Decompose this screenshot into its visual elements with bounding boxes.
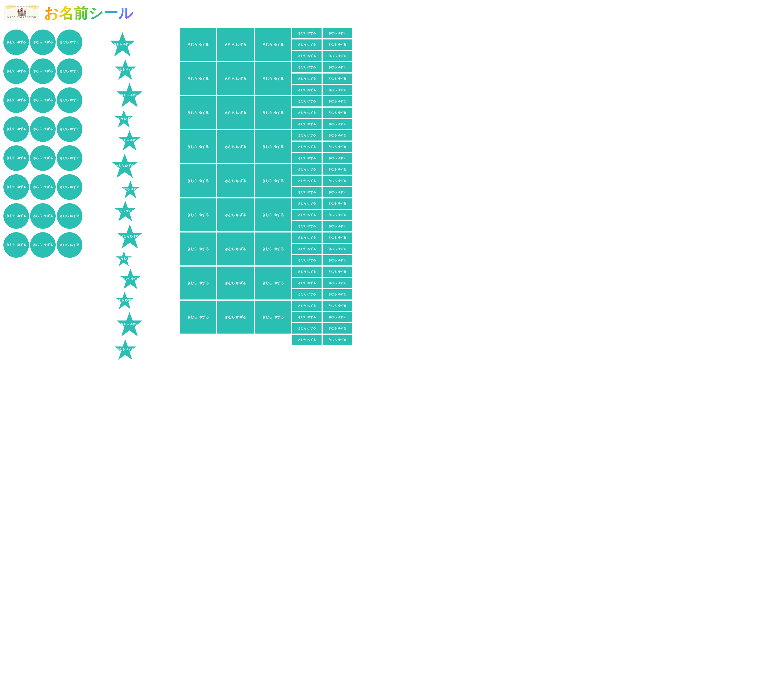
star-sticker-1: きむら ゆずる: [108, 30, 137, 58]
small-sticker: きむら ゆずる: [322, 107, 352, 118]
star-sticker-3: きむら ゆずる: [115, 82, 144, 109]
header: 🏰 KABE COLLECTION お名前シール: [2, 2, 390, 24]
small-sticker: きむら ゆずる: [292, 232, 322, 243]
star-sticker-10: きむら ゆずる: [115, 250, 133, 267]
large-sticker: きむら ゆずる: [254, 96, 291, 130]
small-sticker: きむら ゆずる: [292, 289, 322, 300]
small-sticker: きむら ゆずる: [322, 232, 352, 243]
sticker-label: きむら ゆずる: [33, 40, 53, 44]
small-sticker: きむら ゆずる: [322, 164, 352, 175]
circle-row-7: きむら ゆずる きむら ゆずる きむら ゆずる: [2, 202, 90, 231]
star-sticker-9: きむら ゆずる: [116, 223, 144, 250]
small-rect-cols: きむら ゆずる きむら ゆずる きむら ゆずる きむら ゆずる きむら ゆずる …: [292, 28, 352, 361]
large-sticker: きむら ゆずる: [180, 62, 217, 95]
sticker-label: きむら ゆずる: [6, 69, 26, 73]
small-sticker: きむら ゆずる: [322, 51, 352, 61]
star-sticker-14: きむら ゆずる: [113, 338, 137, 361]
small-sticker: きむら ゆずる: [292, 277, 322, 289]
large-sticker: きむら ゆずる: [254, 232, 291, 266]
stars-column: .star-wrap { position: relative; display…: [93, 28, 152, 361]
sticker-label: きむら ゆずる: [33, 69, 53, 73]
sticker-label: きむら ゆずる: [6, 127, 26, 131]
large-sticker: きむら ゆずる: [180, 28, 217, 61]
tape-left: [6, 5, 15, 9]
circle-sticker: きむら ゆずる: [30, 29, 56, 55]
circle-sticker: きむら ゆずる: [57, 87, 82, 113]
large-sticker: きむら ゆずる: [217, 28, 254, 61]
circle-row-8: きむら ゆずる きむら ゆずる きむら ゆずる: [2, 231, 90, 260]
small-sticker: きむら ゆずる: [292, 107, 322, 118]
sticker-label: きむら ゆずる: [6, 214, 26, 218]
small-sticker: きむら ゆずる: [322, 85, 352, 95]
sticker-label: きむら ゆずる: [6, 98, 26, 102]
sticker-label: きむら ゆずる: [59, 185, 79, 189]
circle-sticker: きむら ゆずる: [30, 174, 56, 200]
star-sticker-5: きむら ゆずる: [117, 129, 141, 152]
page: 🏰 KABE COLLECTION お名前シール きむら ゆずる きむら ゆずる: [0, 0, 392, 363]
circle-sticker: きむら ゆずる: [3, 174, 29, 200]
small-sticker: きむら ゆずる: [292, 141, 322, 152]
small-sticker: きむら ゆずる: [322, 210, 352, 220]
small-sticker: きむら ゆずる: [292, 323, 322, 334]
svg-marker-1: [114, 59, 136, 80]
small-sticker: きむら ゆずる: [292, 244, 322, 254]
circle-sticker: きむら ゆずる: [30, 145, 56, 171]
small-sticker: きむら ゆずる: [292, 119, 322, 130]
small-sticker: きむら ゆずる: [292, 164, 322, 175]
small-sticker: きむら ゆずる: [292, 312, 322, 322]
small-sticker: きむら ゆずる: [292, 51, 322, 61]
small-sticker: きむら ゆずる: [322, 175, 352, 186]
right-section: .right-grid { display: flex; gap: 2px; f…: [180, 28, 390, 361]
circle-sticker: きむら ゆずる: [3, 232, 29, 258]
sticker-label: きむら ゆずる: [33, 214, 53, 218]
svg-marker-9: [116, 251, 132, 266]
star-sticker-11: きむら ゆずる: [119, 268, 142, 290]
large-rect-col-2: きむら ゆずる きむら ゆずる きむら ゆずる きむら ゆずる きむら ゆずる: [217, 28, 254, 361]
small-sticker: きむら ゆずる: [292, 85, 322, 95]
large-sticker: きむら ゆずる: [254, 62, 291, 95]
svg-marker-7: [114, 201, 136, 221]
small-sticker: きむら ゆずる: [292, 210, 322, 220]
circle-sticker: きむら ゆずる: [30, 232, 56, 258]
circle-sticker: きむら ゆずる: [30, 203, 56, 229]
small-sticker: きむら ゆずる: [292, 221, 322, 232]
circle-sticker: きむら ゆずる: [57, 145, 82, 171]
small-sticker: きむら ゆずる: [322, 323, 352, 334]
sticker-label: きむら ゆずる: [6, 185, 26, 189]
svg-marker-11: [115, 292, 133, 309]
circle-sticker: きむら ゆずる: [3, 58, 29, 84]
large-rect-col-3: きむら ゆずる きむら ゆずる きむら ゆずる きむら ゆずる きむら ゆずる: [254, 28, 291, 361]
large-sticker: きむら ゆずる: [180, 300, 217, 334]
circle-sticker: きむら ゆずる: [57, 232, 82, 258]
sticker-label: きむら ゆずる: [59, 69, 79, 73]
small-sticker: きむら ゆずる: [322, 62, 352, 73]
circle-row-3: きむら ゆずる きむら ゆずる きむら ゆずる: [2, 86, 90, 115]
star-sticker-6: きむら ゆずる: [111, 152, 139, 179]
large-sticker: きむら ゆずる: [217, 130, 254, 164]
small-sticker: きむら ゆずる: [322, 312, 352, 322]
sticker-label: きむら ゆずる: [33, 127, 53, 131]
sticker-label: きむら ゆずる: [33, 243, 53, 247]
sticker-label: きむら ゆずる: [59, 156, 79, 160]
large-sticker: きむら ゆずる: [217, 198, 254, 232]
sticker-label: きむら ゆずる: [33, 185, 53, 189]
small-sticker: きむら ゆずる: [322, 141, 352, 152]
svg-marker-10: [120, 269, 141, 289]
logo-box: 🏰 KABE COLLECTION: [5, 6, 39, 21]
small-sticker: きむら ゆずる: [292, 39, 322, 50]
small-sticker: きむら ゆずる: [292, 255, 322, 266]
circle-sticker: きむら ゆずる: [3, 116, 29, 142]
svg-marker-5: [112, 154, 138, 178]
tape-right: [29, 5, 37, 9]
small-sticker: きむら ゆずる: [292, 130, 322, 141]
circle-sticker: きむら ゆずる: [30, 58, 56, 84]
sticker-label: きむら ゆずる: [59, 243, 79, 247]
circle-sticker: きむら ゆずる: [57, 174, 82, 200]
sticker-label: きむら ゆずる: [59, 127, 79, 131]
small-sticker: きむら ゆずる: [322, 266, 352, 277]
small-sticker: きむら ゆずる: [322, 198, 352, 209]
large-sticker: きむら ゆずる: [254, 300, 291, 334]
large-sticker: きむら ゆずる: [217, 266, 254, 300]
small-sticker: きむら ゆずる: [322, 244, 352, 254]
sticker-label: きむら ゆずる: [59, 40, 79, 44]
